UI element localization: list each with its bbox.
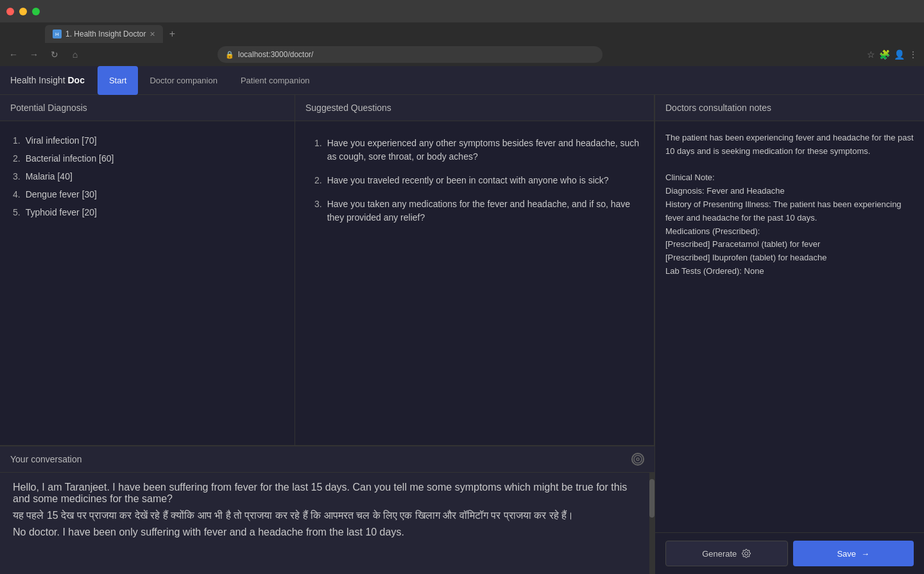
tab-close-button[interactable]: ✕ (150, 30, 155, 38)
profile-icon[interactable]: 👤 (894, 49, 905, 60)
question-num-3: 3. (314, 198, 322, 224)
conversation-message-2: यह पहले 15 देख पर प्राजया कर देखें रहे ह… (13, 510, 637, 521)
question-num-2: 2. (314, 174, 322, 187)
tab-doctor-companion-label: Doctor companion (150, 76, 218, 85)
question-num-1: 1. (314, 137, 322, 164)
home-button[interactable]: ⌂ (68, 47, 82, 62)
scrollbar-thumb[interactable] (649, 479, 654, 518)
browser-titlebar (0, 0, 924, 22)
questions-panel-body: 1. Have you experienced any other sympto… (295, 121, 654, 445)
save-button[interactable]: Save → (793, 541, 914, 566)
consultation-notes-text: The patient has been experiencing fever … (665, 133, 914, 276)
question-item-3: 3. Have you taken any medications for th… (308, 192, 641, 230)
menu-icon[interactable]: ⋮ (909, 49, 918, 60)
diagnosis-panel-title: Potential Diagnosis (10, 103, 87, 113)
lock-icon: 🔒 (225, 51, 234, 59)
consultation-panel-header: Doctors consultation notes (655, 95, 924, 121)
question-text-2: Have you traveled recently or been in co… (327, 174, 609, 187)
diagnosis-list: Viral infection [70] Bacterial infection… (13, 131, 282, 221)
svg-point-1 (637, 458, 639, 460)
question-text-1: Have you experienced any other symptoms … (327, 137, 641, 164)
app-navbar: Health Insight Doc Start Doctor companio… (0, 66, 924, 95)
diagnosis-item-4: Dengue fever [30] (13, 185, 282, 203)
tab-patient-companion[interactable]: Patient companion (229, 66, 321, 95)
main-content: Potential Diagnosis Viral infection [70]… (0, 95, 924, 574)
consultation-panel-title: Doctors consultation notes (665, 103, 771, 113)
svg-point-0 (634, 455, 642, 463)
conversation-header: Your conversation (0, 446, 654, 473)
address-bar[interactable]: 🔒 localhost:3000/doctor/ (218, 46, 603, 63)
conversation-body: Hello, I am Taranjeet. I have been suffe… (0, 473, 649, 574)
traffic-light-yellow[interactable] (19, 8, 27, 15)
tab-doctor-companion[interactable]: Doctor companion (138, 66, 229, 95)
tab-start-label: Start (109, 76, 126, 85)
consultation-panel-footer: Generate Save → (655, 532, 924, 574)
conversation-title: Your conversation (10, 454, 82, 464)
questions-panel: Suggested Questions 1. Have you experien… (295, 95, 654, 445)
questions-panel-header: Suggested Questions (295, 95, 654, 121)
browser-addressbar: ← → ↻ ⌂ 🔒 localhost:3000/doctor/ ☆ 🧩 👤 ⋮ (0, 43, 924, 66)
bookmark-icon[interactable]: ☆ (867, 49, 875, 60)
panels-top: Potential Diagnosis Viral infection [70]… (0, 95, 654, 446)
addressbar-icons: ☆ 🧩 👤 ⋮ (867, 49, 918, 60)
app-logo-bold: Doc (68, 75, 85, 85)
app-logo: Health Insight Doc (10, 75, 85, 85)
question-text-3: Have you taken any medications for the f… (327, 198, 641, 224)
diagnosis-item-3: Malaria [40] (13, 167, 282, 185)
app-container: Health Insight Doc Start Doctor companio… (0, 66, 924, 574)
conversation-scrollbar[interactable] (649, 473, 654, 574)
generate-button-label: Generate (702, 549, 737, 559)
conversation-panel: Your conversation Hello, I am Taranjeet.… (0, 446, 654, 574)
diagnosis-item-2: Bacterial infection [60] (13, 149, 282, 167)
questions-panel-title: Suggested Questions (305, 103, 391, 113)
conversation-scrollbar-area: Hello, I am Taranjeet. I have been suffe… (0, 473, 654, 574)
back-button[interactable]: ← (6, 47, 21, 62)
save-arrow-icon: → (861, 549, 869, 559)
left-middle-panels: Potential Diagnosis Viral infection [70]… (0, 95, 654, 574)
extensions-icon[interactable]: 🧩 (879, 49, 890, 60)
conversation-message-3: No doctor. I have been only suffering wi… (13, 527, 637, 538)
consultation-panel-body: The patient has been experiencing fever … (655, 121, 924, 532)
tab-favicon: H (53, 30, 62, 38)
new-tab-button[interactable]: + (163, 25, 181, 43)
reload-button[interactable]: ↻ (47, 47, 62, 62)
tab-start[interactable]: Start (98, 66, 138, 95)
tab-bar: H 1. Health Insight Doctor ✕ + (0, 22, 924, 43)
diagnosis-panel-header: Potential Diagnosis (0, 95, 295, 121)
diagnosis-panel: Potential Diagnosis Viral infection [70]… (0, 95, 295, 445)
conversation-message-1: Hello, I am Taranjeet. I have been suffe… (13, 482, 637, 505)
save-button-label: Save (837, 549, 856, 559)
tab-title: 1. Health Insight Doctor (65, 30, 146, 38)
app-logo-text: Health Insight (10, 75, 68, 85)
diagnosis-item-5: Typhoid fever [20] (13, 203, 282, 221)
traffic-light-red[interactable] (6, 8, 14, 15)
url-text: localhost:3000/doctor/ (238, 50, 313, 59)
consultation-panel: Doctors consultation notes The patient h… (654, 95, 924, 574)
question-item-1: 1. Have you experienced any other sympto… (308, 131, 641, 169)
browser-tab-active[interactable]: H 1. Health Insight Doctor ✕ (45, 25, 163, 43)
forward-button[interactable]: → (27, 47, 41, 62)
conversation-settings-icon[interactable] (631, 453, 644, 466)
tab-patient-companion-label: Patient companion (241, 76, 310, 85)
browser-chrome: H 1. Health Insight Doctor ✕ + ← → ↻ ⌂ 🔒… (0, 0, 924, 66)
question-item-2: 2. Have you traveled recently or been in… (308, 169, 641, 192)
gear-icon (742, 549, 751, 558)
questions-list: 1. Have you experienced any other sympto… (308, 131, 641, 230)
traffic-light-green[interactable] (32, 8, 40, 15)
diagnosis-item-1: Viral infection [70] (13, 131, 282, 149)
diagnosis-panel-body: Viral infection [70] Bacterial infection… (0, 121, 295, 445)
generate-button[interactable]: Generate (665, 541, 788, 566)
